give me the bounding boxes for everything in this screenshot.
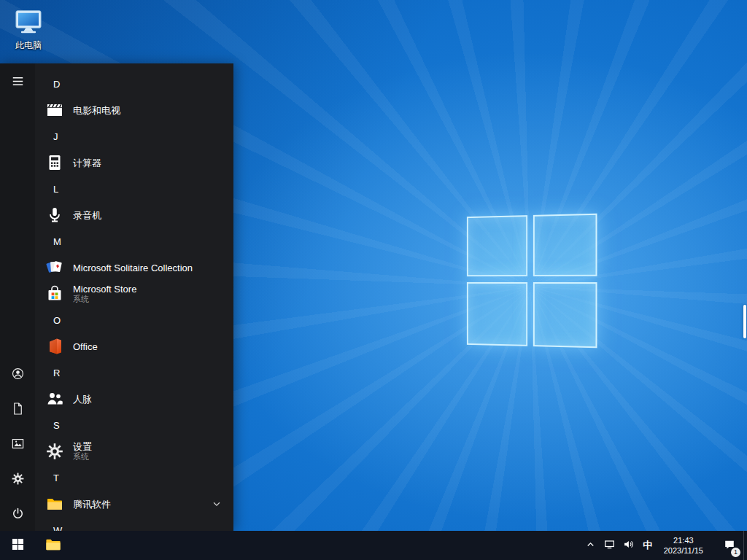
section-letter-label: D bbox=[53, 79, 60, 90]
folder-icon bbox=[44, 493, 66, 515]
section-letter-L[interactable]: L bbox=[35, 176, 233, 202]
system-tray: 中 21:43 2023/11/15 1 bbox=[581, 531, 747, 560]
documents-button[interactable] bbox=[0, 391, 35, 426]
people-icon bbox=[44, 388, 66, 410]
start-app-item[interactable]: 设置系统 bbox=[35, 438, 233, 464]
start-app-item[interactable]: 电影和电视 bbox=[35, 97, 233, 123]
expand-menu-button[interactable] bbox=[0, 63, 35, 98]
start-app-item[interactable]: Microsoft Solitaire Collection bbox=[35, 254, 233, 281]
logo-pane bbox=[533, 214, 597, 276]
action-center-button[interactable]: 1 bbox=[716, 531, 743, 560]
section-letter-T[interactable]: T bbox=[35, 464, 233, 491]
section-letter-label: J bbox=[53, 131, 58, 142]
store-icon bbox=[44, 283, 66, 305]
start-app-item[interactable]: Microsoft Store系统 bbox=[35, 281, 233, 307]
windows-logo-wallpaper bbox=[467, 214, 597, 349]
chevron-down-icon bbox=[212, 499, 222, 509]
desktop: 此电脑 D电影和电视J计算器L录音机MMicrosoft Solitaire C… bbox=[0, 0, 747, 560]
app-label: 腾讯软件 bbox=[73, 499, 111, 510]
account-icon bbox=[11, 367, 25, 381]
settings-rail-button[interactable] bbox=[0, 461, 35, 496]
settings-icon bbox=[44, 440, 66, 462]
rail-top-group bbox=[0, 63, 35, 98]
section-letter-S[interactable]: S bbox=[35, 412, 233, 438]
notification-badge: 1 bbox=[731, 548, 740, 557]
file-explorer-icon bbox=[44, 536, 61, 555]
file-explorer-button[interactable] bbox=[35, 531, 70, 560]
section-letter-label: M bbox=[53, 236, 61, 247]
start-app-item[interactable]: 人脉 bbox=[35, 386, 233, 412]
power-icon bbox=[11, 507, 25, 521]
hamburger-icon bbox=[11, 74, 25, 88]
section-letter-label: L bbox=[53, 184, 58, 195]
voice-recorder-icon bbox=[44, 204, 66, 226]
start-menu-app-list: D电影和电视J计算器L录音机MMicrosoft Solitaire Colle… bbox=[35, 63, 233, 531]
start-app-item[interactable]: Office bbox=[35, 333, 233, 359]
chevron-up-icon bbox=[585, 539, 596, 552]
pictures-button[interactable] bbox=[0, 426, 35, 461]
hidden-icons-button[interactable] bbox=[581, 531, 600, 560]
solitaire-icon bbox=[44, 257, 66, 279]
start-app-item[interactable]: 腾讯软件 bbox=[35, 491, 233, 517]
app-label: 人脉 bbox=[73, 394, 92, 405]
rail-bottom-group bbox=[0, 356, 35, 531]
section-letter-label: R bbox=[53, 368, 60, 378]
volume-button[interactable] bbox=[619, 531, 638, 560]
app-label: Microsoft Store bbox=[73, 284, 136, 295]
section-letter-D[interactable]: D bbox=[35, 71, 233, 97]
ime-indicator[interactable]: 中 bbox=[638, 531, 657, 560]
section-letter-label: W bbox=[53, 525, 62, 532]
power-button[interactable] bbox=[0, 496, 35, 531]
volume-icon bbox=[623, 539, 634, 552]
desktop-icon-this-pc[interactable]: 此电脑 bbox=[6, 6, 51, 52]
calculator-icon bbox=[44, 152, 66, 174]
start-app-item[interactable]: 录音机 bbox=[35, 202, 233, 228]
this-pc-label: 此电脑 bbox=[15, 39, 42, 52]
this-pc-icon bbox=[12, 6, 44, 38]
app-label: 电影和电视 bbox=[73, 105, 120, 116]
documents-icon bbox=[11, 402, 25, 416]
app-subtitle: 系统 bbox=[73, 452, 92, 462]
windows-logo-icon bbox=[12, 538, 24, 553]
logo-pane bbox=[533, 282, 597, 348]
movies-tv-icon bbox=[44, 99, 66, 121]
start-menu: D电影和电视J计算器L录音机MMicrosoft Solitaire Colle… bbox=[0, 63, 233, 531]
section-letter-J[interactable]: J bbox=[35, 123, 233, 149]
section-letter-label: T bbox=[53, 472, 59, 483]
taskbar: 中 21:43 2023/11/15 1 bbox=[0, 531, 747, 560]
office-icon bbox=[44, 335, 66, 357]
clock-time: 21:43 bbox=[673, 535, 694, 545]
pictures-icon bbox=[11, 437, 25, 451]
taskbar-clock[interactable]: 21:43 2023/11/15 bbox=[657, 531, 710, 560]
logo-pane bbox=[467, 215, 527, 276]
section-letter-W[interactable]: W bbox=[35, 517, 233, 531]
edge-scrollbar-thumb[interactable] bbox=[743, 305, 746, 338]
start-button[interactable] bbox=[0, 531, 35, 560]
logo-pane bbox=[467, 282, 527, 346]
section-letter-R[interactable]: R bbox=[35, 359, 233, 386]
clock-date: 2023/11/15 bbox=[664, 545, 703, 556]
account-button[interactable] bbox=[0, 356, 35, 391]
app-subtitle: 系统 bbox=[73, 295, 136, 304]
section-letter-O[interactable]: O bbox=[35, 307, 233, 333]
show-desktop-button[interactable] bbox=[743, 531, 747, 560]
gear-icon bbox=[11, 472, 25, 486]
network-icon bbox=[604, 539, 615, 552]
section-letter-M[interactable]: M bbox=[35, 228, 233, 254]
app-label: Microsoft Solitaire Collection bbox=[73, 262, 193, 273]
app-label: Office bbox=[73, 341, 98, 352]
network-button[interactable] bbox=[600, 531, 619, 560]
section-letter-label: S bbox=[53, 420, 60, 431]
section-letter-label: O bbox=[53, 315, 61, 326]
start-app-item[interactable]: 计算器 bbox=[35, 149, 233, 176]
start-menu-rail bbox=[0, 63, 35, 531]
app-label: 计算器 bbox=[73, 158, 101, 168]
app-label: 录音机 bbox=[73, 210, 101, 221]
app-label: 设置 bbox=[73, 441, 92, 452]
